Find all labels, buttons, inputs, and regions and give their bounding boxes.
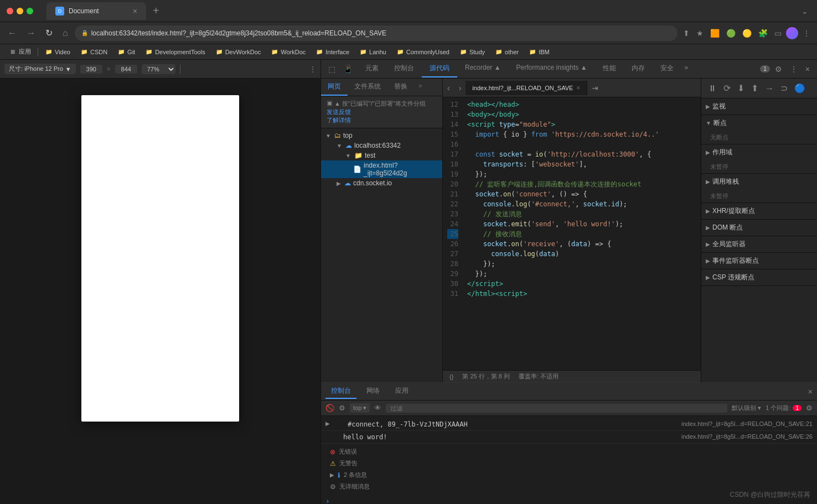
zoom-select[interactable]: 77% 50% 100% xyxy=(142,64,175,74)
close-console-button[interactable]: × xyxy=(808,387,813,396)
step-out-button[interactable]: ⬆ xyxy=(749,82,761,95)
minimize-button[interactable] xyxy=(17,8,23,14)
home-button[interactable]: ⌂ xyxy=(59,26,71,40)
share-icon[interactable]: ⬆ xyxy=(681,27,692,40)
bookmark-ibm[interactable]: 📁 IBM xyxy=(524,46,554,58)
code-file-tab[interactable]: index.html?_ijt...RELOAD_ON_SAVE × xyxy=(466,81,587,95)
tab-performance[interactable]: 性能 xyxy=(595,60,624,77)
tab-webpage[interactable]: 网页 xyxy=(321,79,348,96)
dom-header[interactable]: ▶ DOM 断点 xyxy=(701,220,817,236)
console-filter-input[interactable] xyxy=(386,404,727,413)
code-tab-forward-icon[interactable]: › xyxy=(454,81,466,95)
bookmark-devtools[interactable]: 📁 DevelopmentTools xyxy=(141,46,210,58)
step-into-button[interactable]: ⬇ xyxy=(735,82,747,95)
reload-button[interactable]: ↻ xyxy=(42,25,56,40)
code-tab-back-icon[interactable]: ‹ xyxy=(443,81,454,95)
expand-tab-icon[interactable]: ⇥ xyxy=(587,81,603,95)
deactivate-breakpoints-button[interactable]: ⊃ xyxy=(778,82,790,95)
bookmark-lanhu[interactable]: 📁 Lanhu xyxy=(355,46,391,58)
browser-tab[interactable]: D Document × xyxy=(46,2,146,20)
bookmark-git[interactable]: 📁 Git xyxy=(113,46,139,58)
tab-overrides[interactable]: 替换 xyxy=(387,79,414,96)
close-button[interactable] xyxy=(7,8,13,14)
breakpoints-header[interactable]: ▼ 断点 xyxy=(701,115,817,131)
callstack-header[interactable]: ▶ 调用堆栈 xyxy=(701,174,817,190)
tree-item-test[interactable]: ▼ 📁 test xyxy=(321,150,442,160)
console-row-hello[interactable]: hello word! index.html?_ijt=8g5l...d=REL… xyxy=(321,431,817,444)
height-input[interactable] xyxy=(115,65,137,74)
scope-header[interactable]: ▶ 作用域 xyxy=(701,144,817,160)
tab-performance-insights[interactable]: Performance insights ▲ xyxy=(509,60,595,77)
tab-console[interactable]: 控制台 xyxy=(386,60,422,77)
bookmark-icon[interactable]: ★ xyxy=(694,27,706,40)
bookmark-other[interactable]: 📁 other xyxy=(490,46,523,58)
profile-avatar[interactable] xyxy=(786,27,798,39)
pretty-print-icon[interactable]: {} xyxy=(449,373,453,380)
step-over-button[interactable]: ⟳ xyxy=(721,82,733,95)
tab-close-button[interactable]: × xyxy=(133,7,137,15)
dont-pause-exceptions-button[interactable]: 🔵 xyxy=(792,82,808,95)
width-input[interactable] xyxy=(80,65,102,74)
bookmark-commonly[interactable]: 📁 CommonlyUsed xyxy=(392,46,454,58)
no-errors-item[interactable]: ⊗ 无错误 xyxy=(330,446,808,458)
extension2-icon[interactable]: 🟢 xyxy=(724,27,738,40)
console-source-link[interactable]: index.html?_ijt=8g5l...d=RELOAD_ON_SAVE:… xyxy=(681,420,813,427)
pause-button[interactable]: ⏸ xyxy=(706,82,719,95)
tab-sources[interactable]: 源代码 xyxy=(422,60,457,77)
tree-item-top[interactable]: ▼ 🗂 top xyxy=(321,131,442,141)
tree-item-indexhtml[interactable]: 📄 index.html?_ijt=8g5l24d2g xyxy=(321,160,442,178)
clear-console-button[interactable]: 🚫 xyxy=(325,404,334,412)
log-level-select[interactable]: 默认级别 ▾ xyxy=(732,404,761,412)
new-tab-button[interactable]: + xyxy=(148,4,164,17)
extensions-icon[interactable]: 🧩 xyxy=(756,27,770,40)
maximize-button[interactable] xyxy=(27,8,33,14)
bookmark-devworkdoc[interactable]: 📁 DevWorkDoc xyxy=(211,46,266,58)
watch-header[interactable]: ▶ 监视 xyxy=(701,98,817,115)
settings-icon[interactable]: ⚙ xyxy=(772,63,785,75)
bookmark-video[interactable]: 📁 Video xyxy=(40,46,75,58)
tree-item-cdnsocketio[interactable]: ▶ ☁ cdn.socket.io xyxy=(321,178,442,188)
forward-button[interactable]: → xyxy=(23,26,39,40)
back-button[interactable]: ← xyxy=(4,26,20,40)
more-tabs-icon[interactable]: » xyxy=(681,60,692,77)
extension3-icon[interactable]: 🟡 xyxy=(740,27,754,40)
window-more-button[interactable]: ⌄ xyxy=(799,4,810,18)
console-tab-console[interactable]: 控制台 xyxy=(325,384,356,399)
xhr-header[interactable]: ▶ XHR/提取断点 xyxy=(701,203,817,219)
console-gear-button[interactable]: ⚙ xyxy=(806,404,813,412)
code-editor[interactable]: 1213141516 1718192021 2223242526 2728293… xyxy=(443,97,701,370)
send-feedback-link[interactable]: 发送反馈 xyxy=(327,108,351,115)
bookmark-csdn[interactable]: 📁 CSDN xyxy=(76,46,112,58)
inspect-element-button[interactable]: ⬚ xyxy=(325,63,338,75)
more-options-icon[interactable]: ⋮ xyxy=(787,63,800,75)
console-source-link[interactable]: index.html?_ijt=8g5l...d=RELOAD_ON_SAVE:… xyxy=(681,433,813,440)
tab-memory[interactable]: 内存 xyxy=(624,60,653,77)
bookmark-study[interactable]: 📁 Study xyxy=(455,46,489,58)
no-warnings-item[interactable]: ⚠ 无警告 xyxy=(330,458,808,469)
eye-icon[interactable]: 👁 xyxy=(374,404,381,412)
console-tab-network[interactable]: 网络 xyxy=(361,384,385,399)
bookmark-interface[interactable]: 📁 Interface xyxy=(311,46,354,58)
extension1-icon[interactable]: 🟧 xyxy=(708,27,722,40)
device-selector[interactable]: 尺寸: iPhone 12 Pro ▼ xyxy=(4,64,76,74)
console-settings-icon[interactable]: ⚙ xyxy=(339,404,345,412)
sidebar-icon[interactable]: ▭ xyxy=(772,27,784,40)
tree-item-localhost[interactable]: ▼ ☁ localhost:63342 xyxy=(321,141,442,150)
close-devtools-button[interactable]: × xyxy=(803,63,813,75)
csp-header[interactable]: ▶ CSP 违规断点 xyxy=(701,269,817,285)
info-2-item[interactable]: ▶ ℹ 2 条信息 xyxy=(330,469,808,481)
bookmark-apps[interactable]: ⊞ 应用 xyxy=(4,46,35,58)
tab-security[interactable]: 安全 xyxy=(653,60,681,77)
learn-more-link[interactable]: 了解详情 xyxy=(327,117,351,123)
global-listeners-header[interactable]: ▶ 全局监听器 xyxy=(701,236,817,252)
address-bar[interactable]: 🔒 localhost:63342/test/index.html?_ijt=8… xyxy=(75,25,678,41)
tab-recorder[interactable]: Recorder ▲ xyxy=(457,60,509,77)
event-listeners-header[interactable]: ▶ 事件监听器断点 xyxy=(701,253,817,269)
console-context-select[interactable]: top ▾ xyxy=(350,403,370,413)
menu-icon[interactable]: ⋮ xyxy=(800,27,813,40)
console-row-connect[interactable]: ▶ #connect, 89_-7lb-VzJtNDjXAAAH index.h… xyxy=(321,418,817,431)
more-source-tabs-icon[interactable]: » xyxy=(414,79,427,96)
device-toggle-button[interactable]: 📱 xyxy=(340,63,355,75)
close-tab-icon[interactable]: × xyxy=(576,84,580,92)
tab-filesystem[interactable]: 文件系统 xyxy=(348,79,387,96)
